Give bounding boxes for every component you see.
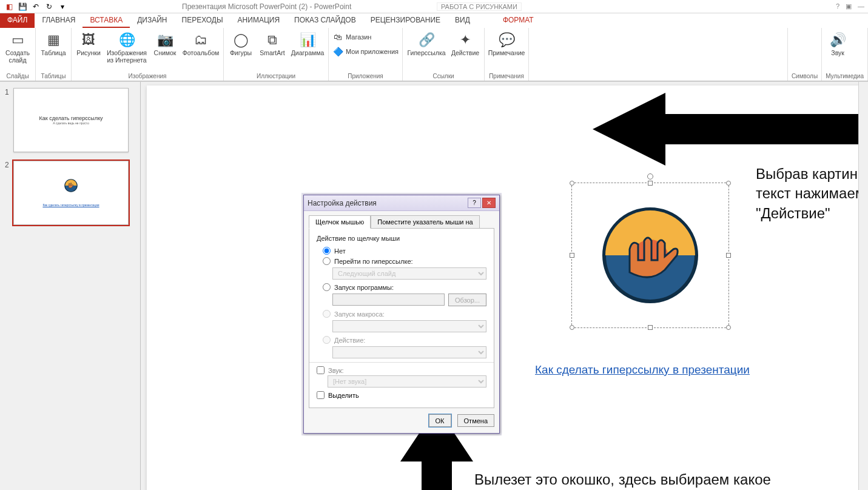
checkbox-highlight-input[interactable] [317, 391, 325, 399]
resize-handle-se[interactable] [726, 325, 731, 330]
redo-icon[interactable]: ↻ [44, 1, 55, 12]
radio-hyperlink-input[interactable] [323, 257, 331, 265]
annotation-arrow-right-icon [593, 93, 868, 166]
new-slide-button[interactable]: ▭ Создать слайд [4, 30, 32, 64]
ribbon: ФАЙЛ ГЛАВНАЯ ВСТАВКА ДИЗАЙН ПЕРЕХОДЫ АНИ… [0, 13, 868, 82]
radio-run-program[interactable]: Запуск программы: [323, 283, 486, 291]
radio-run-program-label: Запуск программы: [334, 284, 394, 291]
screenshot-button[interactable]: 📷 Снимок [152, 30, 178, 57]
tab-insert[interactable]: ВСТАВКА [82, 13, 130, 28]
browse-button[interactable]: Обзор... [448, 294, 486, 306]
online-pictures-button[interactable]: 🌐 Изображения из Интернета [106, 30, 148, 64]
radio-none-input[interactable] [323, 247, 331, 255]
radio-macro: Запуск макроса: [323, 310, 486, 318]
store-icon: 🛍 [332, 32, 343, 42]
resize-handle-w[interactable] [570, 253, 574, 258]
resize-handle-nw[interactable] [570, 181, 574, 186]
group-label-illustrations: Иллюстрации [227, 72, 325, 79]
group-label-symbols: Символы [792, 72, 818, 79]
ribbon-display-icon[interactable]: ▣ [846, 2, 852, 10]
dialog-help-button[interactable]: ? [468, 198, 481, 208]
table-button[interactable]: ▦ Таблица [39, 30, 67, 57]
shapes-button[interactable]: ◯ Фигуры [227, 30, 254, 57]
chart-button[interactable]: 📊 Диаграмма [291, 30, 325, 57]
dialog-title: Настройка действия [308, 199, 466, 207]
store-button[interactable]: 🛍 Магазин [332, 30, 399, 44]
annotation-note-2: Вылезет это окошко, здесь выбираем какое… [474, 470, 796, 490]
slide-hyperlink[interactable]: Как сделать гиперссылку в презентации [535, 363, 750, 377]
comment-icon: 💬 [497, 30, 516, 50]
tab-file[interactable]: ФАЙЛ [0, 13, 35, 28]
slide-thumbnail-2[interactable]: Как сделать гиперссылку в презентации [13, 161, 129, 225]
resize-handle-sw[interactable] [570, 325, 574, 330]
pictures-button[interactable]: 🖼 Рисунки [75, 30, 102, 57]
group-spacer [529, 28, 788, 81]
quick-access-toolbar: ◧ 💾 ↶ ↻ ▾ Презентация Microsoft PowerPoi… [0, 0, 868, 13]
radio-macro-input [323, 310, 331, 318]
group-label-comments: Примечания [488, 72, 525, 79]
sound-select[interactable]: [Нет звука] [328, 375, 486, 388]
main-area: 1 Как сделать гиперссылку А сделать ведь… [0, 82, 868, 490]
radio-action: Действие: [323, 336, 486, 344]
checkbox-sound[interactable]: Звук: [317, 366, 486, 374]
help-icon[interactable]: ? [836, 2, 839, 10]
tab-format[interactable]: ФОРМАТ [496, 13, 541, 28]
qat-more-icon[interactable]: ▾ [57, 1, 68, 12]
thumb-number-2: 2 [5, 161, 13, 169]
smartart-button[interactable]: ⧉ SmartArt [258, 30, 287, 57]
minimize-icon[interactable]: — [858, 2, 864, 10]
checkbox-highlight[interactable]: Выделить [317, 391, 486, 399]
resize-handle-n[interactable] [648, 181, 653, 186]
hyperlink-button[interactable]: 🔗 Гиперссылка [406, 30, 446, 57]
hyperlink-select[interactable]: Следующий слайд [332, 267, 486, 280]
tab-view[interactable]: ВИД [448, 13, 477, 28]
action-button[interactable]: ✦ Действие [450, 30, 480, 57]
ribbon-tabs: ФАЙЛ ГЛАВНАЯ ВСТАВКА ДИЗАЙН ПЕРЕХОДЫ АНИ… [0, 13, 868, 28]
run-program-input[interactable] [332, 294, 445, 306]
my-apps-button[interactable]: 🔷 Мои приложения [332, 45, 399, 58]
thumb2-logo-icon [64, 179, 78, 192]
dialog-tab-hover[interactable]: Поместите указатель мыши на [371, 215, 480, 229]
tab-design[interactable]: ДИЗАЙН [130, 13, 174, 28]
vertical-scrollbar[interactable] [858, 82, 868, 490]
ok-button[interactable]: ОК [429, 414, 451, 427]
checkbox-sound-input[interactable] [317, 366, 325, 374]
sound-button[interactable]: 🔊 Звук [826, 30, 850, 57]
table-icon: ▦ [44, 30, 63, 50]
group-label-tables: Таблицы [39, 72, 67, 79]
dialog-close-button[interactable]: ✕ [482, 198, 496, 208]
selected-image[interactable] [571, 183, 729, 328]
smartart-icon: ⧉ [263, 30, 282, 50]
my-apps-icon: 🔷 [332, 46, 343, 57]
comment-button[interactable]: 💬 Примечание [488, 30, 525, 57]
dialog-tab-click[interactable]: Щелчок мышью [309, 215, 371, 229]
slide-thumbnail-1[interactable]: Как сделать гиперссылку А сделать ведь н… [13, 88, 129, 152]
radio-run-program-input[interactable] [323, 283, 331, 291]
rotate-handle[interactable] [647, 173, 653, 180]
resize-handle-s[interactable] [648, 325, 653, 330]
cancel-button[interactable]: Отмена [457, 414, 494, 427]
radio-hyperlink[interactable]: Перейти по гиперссылке: [323, 257, 486, 265]
photo-album-button[interactable]: 🗂 Фотоальбом [182, 30, 220, 57]
slide-canvas[interactable]: Как сделать гиперссылку в презентации Вы… [147, 86, 863, 490]
dialog-group-label: Действие по щелчку мыши [317, 235, 486, 242]
dialog-titlebar[interactable]: Настройка действия ? ✕ [304, 195, 499, 211]
thumb1-title: Как сделать гиперссылку [39, 115, 103, 121]
resize-handle-e[interactable] [726, 253, 731, 258]
action-settings-dialog: Настройка действия ? ✕ Щелчок мышью Поме… [303, 195, 500, 434]
tab-review[interactable]: РЕЦЕНЗИРОВАНИЕ [363, 13, 448, 28]
group-images: 🖼 Рисунки 🌐 Изображения из Интернета 📷 С… [72, 28, 224, 81]
thumb1-subtitle: А сделать ведь не просто [53, 121, 89, 125]
radio-none[interactable]: Нет [323, 247, 486, 255]
tab-animation[interactable]: АНИМАЦИЯ [230, 13, 287, 28]
action-select-row [332, 346, 486, 358]
resize-handle-ne[interactable] [726, 181, 731, 186]
tab-slideshow[interactable]: ПОКАЗ СЛАЙДОВ [287, 13, 363, 28]
save-icon[interactable]: 💾 [17, 1, 28, 12]
tab-transitions[interactable]: ПЕРЕХОДЫ [175, 13, 230, 28]
chart-icon: 📊 [298, 30, 317, 50]
group-slides: ▭ Создать слайд Слайды [0, 28, 36, 81]
dialog-tabpane: Действие по щелчку мыши Нет Перейти по г… [309, 228, 494, 408]
undo-icon[interactable]: ↶ [30, 1, 41, 12]
tab-home[interactable]: ГЛАВНАЯ [35, 13, 82, 28]
